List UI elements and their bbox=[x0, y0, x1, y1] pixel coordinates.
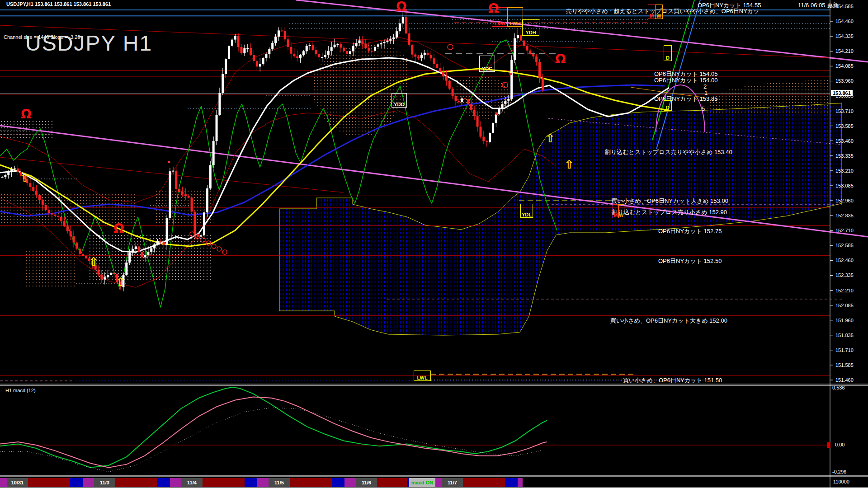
price-axis-label: 151.960 bbox=[835, 318, 854, 323]
level-label-text: LWL bbox=[414, 375, 430, 380]
price-axis-label: 151.710 bbox=[835, 347, 854, 353]
level-label-text: YDO bbox=[392, 102, 406, 107]
level-label-box-lmh[interactable]: LMH bbox=[492, 7, 508, 27]
price-annotation: 買い小さめ、OP6日NYカット 151.50 bbox=[623, 376, 722, 385]
level-label-text: LMH bbox=[492, 21, 507, 26]
buy-signal-icon: ⇧ bbox=[545, 131, 555, 145]
trade-marker-circle bbox=[217, 247, 222, 251]
orange-dotted-region bbox=[25, 249, 76, 289]
price-axis-label: 152.210 bbox=[835, 288, 854, 293]
level-label-box-d[interactable]: D bbox=[664, 100, 672, 111]
price-axis-label: 154.335 bbox=[835, 33, 854, 39]
level-label-text: YDH bbox=[523, 30, 539, 35]
level-label-box-lwl[interactable]: LWL bbox=[414, 371, 431, 381]
macd-zero-axis-marker bbox=[827, 442, 830, 448]
order-marker-square bbox=[495, 113, 498, 115]
price-axis-label: 152.460 bbox=[835, 258, 854, 263]
macd-axis-min: -0.296 bbox=[832, 469, 846, 474]
macd-third bbox=[0, 408, 542, 472]
price-axis-label: 153.585 bbox=[835, 123, 854, 129]
update-time-label: 11/6 06:05 更新 bbox=[798, 1, 839, 9]
buy-signal-icon: ⇧ bbox=[564, 158, 574, 171]
price-axis-label: 153.460 bbox=[835, 138, 854, 144]
price-axis-label: 151.460 bbox=[835, 377, 854, 383]
price-annotation: OP6日NYカット 154.00 bbox=[654, 76, 717, 84]
level-label-box-ydo[interactable]: YDO bbox=[392, 93, 407, 108]
level-label-box-ydc[interactable]: YDC bbox=[479, 56, 495, 72]
level-label-box-lwh[interactable]: LWH bbox=[507, 7, 523, 27]
date-tick-label: 11/6 bbox=[362, 480, 371, 485]
price-axis-label: 152.085 bbox=[835, 303, 854, 308]
buy-signal-icon: ⇧ bbox=[89, 255, 99, 268]
level-label-box-d[interactable]: D bbox=[664, 45, 672, 61]
price-annotation: 1 bbox=[704, 89, 708, 96]
price-axis-label: 152.585 bbox=[835, 243, 854, 248]
chart-watermark: USDJPY H1 bbox=[25, 31, 152, 56]
session-bar bbox=[0, 478, 523, 487]
sell-signal-icon: Ω bbox=[113, 221, 124, 236]
price-annotation: 2 bbox=[703, 83, 707, 90]
price-axis-label: 154.460 bbox=[835, 19, 854, 24]
date-tick-label: 11/5 bbox=[274, 480, 284, 485]
macd-on-label: macd ON bbox=[411, 480, 433, 485]
trade-marker-circle bbox=[212, 244, 216, 249]
symbol-ohlc-line: USDJPY,H1 153.861 153.861 153.861 153.86… bbox=[6, 1, 111, 7]
level-label-text: YDC bbox=[480, 66, 495, 71]
current-price-box: 153.861 bbox=[831, 90, 853, 96]
level-label-box-m[interactable]: M bbox=[648, 5, 656, 19]
price-axis-label: 151.835 bbox=[835, 333, 854, 338]
level-label-text: M bbox=[648, 13, 655, 19]
buy-signal-icon: ⇧ bbox=[20, 171, 30, 184]
price-axis-label: 153.085 bbox=[835, 183, 854, 188]
buy-signal-icon: ⇧ bbox=[116, 275, 126, 289]
level-label-box-w[interactable]: W bbox=[618, 204, 624, 218]
env-upper bbox=[0, 37, 556, 202]
mt4-chart-window: ΩΩΩΩΩ⇧⇧⇧⇧⇧10/3111/311/411/511/6macd ON11… bbox=[0, 0, 868, 488]
date-tick-label: 11/3 bbox=[100, 480, 109, 485]
macd-axis-zero: 0.00 bbox=[835, 442, 844, 447]
price-axis-label: 152.960 bbox=[835, 198, 854, 203]
order-marker-square bbox=[509, 73, 512, 75]
level-label-box-ydh[interactable]: YDH bbox=[522, 19, 539, 36]
macd-main bbox=[0, 387, 547, 468]
price-annotation: 買い小さめ、OP6日NYカット大きめ 153.00 bbox=[611, 197, 728, 205]
price-axis-label: 154.085 bbox=[835, 63, 854, 69]
price-axis-label: 152.335 bbox=[835, 272, 854, 278]
price-axis-label: 154.210 bbox=[835, 48, 854, 54]
orange-dotted-region bbox=[704, 80, 830, 114]
level-label-text: W bbox=[618, 212, 624, 218]
sell-signal-icon: Ω bbox=[21, 107, 32, 122]
price-annotation: OP6日NYカット 152.50 bbox=[658, 257, 722, 265]
price-annotation: 5 bbox=[702, 105, 705, 112]
trade-marker-circle bbox=[222, 250, 227, 254]
ichimoku-cloud bbox=[279, 103, 842, 335]
level-label-box-ydl[interactable]: YDL bbox=[520, 204, 533, 218]
price-axis-label: 153.335 bbox=[835, 153, 854, 159]
macd-axis-max: 0.536 bbox=[832, 385, 845, 390]
sell-signal-icon: Ω bbox=[555, 52, 566, 66]
price-axis-label: 153.960 bbox=[835, 78, 854, 84]
price-axis-label: 154.585 bbox=[835, 4, 854, 9]
price-axis-label: 152.710 bbox=[835, 228, 854, 233]
date-tick-label: 11/7 bbox=[448, 480, 457, 485]
trade-marker-circle bbox=[448, 44, 453, 50]
sell-signal-icon: Ω bbox=[396, 0, 407, 14]
macd-signal bbox=[0, 397, 547, 467]
level-label-text: D bbox=[664, 105, 671, 110]
price-annotation: 割り込むとストップロス売り小さめ 152.90 bbox=[612, 208, 727, 216]
level-label-box-w[interactable]: W bbox=[655, 5, 663, 19]
price-axis-label: 152.835 bbox=[835, 213, 854, 218]
level-label-text: W bbox=[656, 13, 662, 19]
price-annotation: 買い小さめ、OP6日NYカット大きめ 152.00 bbox=[610, 317, 727, 325]
level-label-text: LWH bbox=[508, 21, 523, 26]
price-axis-label: 151.585 bbox=[835, 362, 854, 368]
level-label-text: D bbox=[664, 55, 671, 61]
price-axis-label: 153.710 bbox=[835, 108, 854, 114]
price-axis-label: 153.210 bbox=[835, 168, 854, 174]
date-tick-label: 11/4 bbox=[187, 480, 197, 485]
order-marker-square bbox=[168, 161, 170, 163]
price-chart-canvas[interactable]: ΩΩΩΩΩ⇧⇧⇧⇧⇧10/3111/311/411/511/6macd ON11… bbox=[0, 0, 868, 488]
volume-scale-label: 110000 bbox=[833, 479, 849, 484]
date-tick-label: 10/31 bbox=[11, 480, 24, 485]
price-annotation: 割り込むとストップロス売りやや小さめ 153.40 bbox=[605, 148, 732, 156]
